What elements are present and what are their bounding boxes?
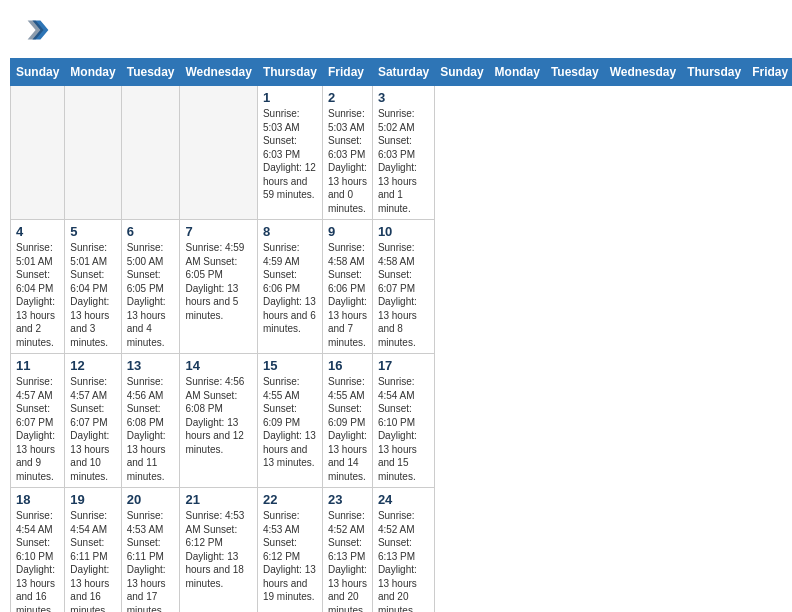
day-cell: 9Sunrise: 4:58 AM Sunset: 6:06 PM Daylig…: [322, 220, 372, 354]
col-header-saturday: Saturday: [372, 59, 434, 86]
day-info: Sunrise: 4:58 AM Sunset: 6:07 PM Dayligh…: [378, 241, 429, 349]
day-info: Sunrise: 4:57 AM Sunset: 6:07 PM Dayligh…: [70, 375, 115, 483]
day-cell: 13Sunrise: 4:56 AM Sunset: 6:08 PM Dayli…: [121, 354, 180, 488]
day-cell: 15Sunrise: 4:55 AM Sunset: 6:09 PM Dayli…: [257, 354, 322, 488]
day-cell: 21Sunrise: 4:53 AM Sunset: 6:12 PM Dayli…: [180, 488, 257, 613]
day-number: 13: [127, 358, 175, 373]
col-header-sunday: Sunday: [435, 59, 489, 86]
day-info: Sunrise: 4:58 AM Sunset: 6:06 PM Dayligh…: [328, 241, 367, 349]
day-number: 23: [328, 492, 367, 507]
day-number: 7: [185, 224, 251, 239]
day-cell: [11, 86, 65, 220]
day-number: 11: [16, 358, 59, 373]
day-number: 20: [127, 492, 175, 507]
header-row: SundayMondayTuesdayWednesdayThursdayFrid…: [11, 59, 793, 86]
day-number: 21: [185, 492, 251, 507]
day-number: 9: [328, 224, 367, 239]
day-info: Sunrise: 5:03 AM Sunset: 6:03 PM Dayligh…: [263, 107, 317, 202]
day-info: Sunrise: 4:54 AM Sunset: 6:10 PM Dayligh…: [16, 509, 59, 612]
day-cell: 14Sunrise: 4:56 AM Sunset: 6:08 PM Dayli…: [180, 354, 257, 488]
day-cell: 8Sunrise: 4:59 AM Sunset: 6:06 PM Daylig…: [257, 220, 322, 354]
day-info: Sunrise: 4:55 AM Sunset: 6:09 PM Dayligh…: [328, 375, 367, 483]
col-header-wednesday: Wednesday: [604, 59, 681, 86]
day-cell: 16Sunrise: 4:55 AM Sunset: 6:09 PM Dayli…: [322, 354, 372, 488]
day-number: 15: [263, 358, 317, 373]
col-header-thursday: Thursday: [257, 59, 322, 86]
day-cell: 20Sunrise: 4:53 AM Sunset: 6:11 PM Dayli…: [121, 488, 180, 613]
day-cell: 4Sunrise: 5:01 AM Sunset: 6:04 PM Daylig…: [11, 220, 65, 354]
page-header: [10, 10, 782, 50]
day-number: 22: [263, 492, 317, 507]
day-info: Sunrise: 4:54 AM Sunset: 6:11 PM Dayligh…: [70, 509, 115, 612]
day-number: 10: [378, 224, 429, 239]
logo-icon: [18, 14, 50, 46]
day-info: Sunrise: 5:03 AM Sunset: 6:03 PM Dayligh…: [328, 107, 367, 215]
day-cell: 10Sunrise: 4:58 AM Sunset: 6:07 PM Dayli…: [372, 220, 434, 354]
day-info: Sunrise: 4:54 AM Sunset: 6:10 PM Dayligh…: [378, 375, 429, 483]
day-cell: 1Sunrise: 5:03 AM Sunset: 6:03 PM Daylig…: [257, 86, 322, 220]
day-number: 2: [328, 90, 367, 105]
day-number: 16: [328, 358, 367, 373]
day-info: Sunrise: 4:55 AM Sunset: 6:09 PM Dayligh…: [263, 375, 317, 470]
day-info: Sunrise: 4:53 AM Sunset: 6:12 PM Dayligh…: [185, 509, 251, 590]
day-number: 18: [16, 492, 59, 507]
day-number: 4: [16, 224, 59, 239]
day-info: Sunrise: 5:00 AM Sunset: 6:05 PM Dayligh…: [127, 241, 175, 349]
day-info: Sunrise: 4:56 AM Sunset: 6:08 PM Dayligh…: [185, 375, 251, 456]
day-info: Sunrise: 5:01 AM Sunset: 6:04 PM Dayligh…: [16, 241, 59, 349]
day-info: Sunrise: 5:02 AM Sunset: 6:03 PM Dayligh…: [378, 107, 429, 215]
day-cell: 12Sunrise: 4:57 AM Sunset: 6:07 PM Dayli…: [65, 354, 121, 488]
day-info: Sunrise: 4:52 AM Sunset: 6:13 PM Dayligh…: [328, 509, 367, 612]
day-cell: [65, 86, 121, 220]
calendar-table: SundayMondayTuesdayWednesdayThursdayFrid…: [10, 58, 792, 612]
week-row-1: 1Sunrise: 5:03 AM Sunset: 6:03 PM Daylig…: [11, 86, 793, 220]
day-number: 8: [263, 224, 317, 239]
col-header-tuesday: Tuesday: [545, 59, 604, 86]
day-number: 1: [263, 90, 317, 105]
day-cell: 6Sunrise: 5:00 AM Sunset: 6:05 PM Daylig…: [121, 220, 180, 354]
day-cell: 3Sunrise: 5:02 AM Sunset: 6:03 PM Daylig…: [372, 86, 434, 220]
day-number: 5: [70, 224, 115, 239]
col-header-friday: Friday: [747, 59, 792, 86]
col-header-tuesday: Tuesday: [121, 59, 180, 86]
col-header-monday: Monday: [65, 59, 121, 86]
logo: [18, 14, 54, 46]
day-info: Sunrise: 5:01 AM Sunset: 6:04 PM Dayligh…: [70, 241, 115, 349]
day-cell: [180, 86, 257, 220]
day-cell: 17Sunrise: 4:54 AM Sunset: 6:10 PM Dayli…: [372, 354, 434, 488]
day-cell: 22Sunrise: 4:53 AM Sunset: 6:12 PM Dayli…: [257, 488, 322, 613]
day-number: 3: [378, 90, 429, 105]
day-info: Sunrise: 4:52 AM Sunset: 6:13 PM Dayligh…: [378, 509, 429, 612]
col-header-thursday: Thursday: [682, 59, 747, 86]
day-cell: [121, 86, 180, 220]
day-info: Sunrise: 4:53 AM Sunset: 6:11 PM Dayligh…: [127, 509, 175, 612]
day-info: Sunrise: 4:57 AM Sunset: 6:07 PM Dayligh…: [16, 375, 59, 483]
day-number: 12: [70, 358, 115, 373]
day-info: Sunrise: 4:59 AM Sunset: 6:06 PM Dayligh…: [263, 241, 317, 336]
day-info: Sunrise: 4:53 AM Sunset: 6:12 PM Dayligh…: [263, 509, 317, 604]
week-row-3: 11Sunrise: 4:57 AM Sunset: 6:07 PM Dayli…: [11, 354, 793, 488]
day-cell: 2Sunrise: 5:03 AM Sunset: 6:03 PM Daylig…: [322, 86, 372, 220]
day-cell: 7Sunrise: 4:59 AM Sunset: 6:05 PM Daylig…: [180, 220, 257, 354]
day-cell: 24Sunrise: 4:52 AM Sunset: 6:13 PM Dayli…: [372, 488, 434, 613]
day-cell: 5Sunrise: 5:01 AM Sunset: 6:04 PM Daylig…: [65, 220, 121, 354]
col-header-sunday: Sunday: [11, 59, 65, 86]
week-row-2: 4Sunrise: 5:01 AM Sunset: 6:04 PM Daylig…: [11, 220, 793, 354]
week-row-4: 18Sunrise: 4:54 AM Sunset: 6:10 PM Dayli…: [11, 488, 793, 613]
day-cell: 23Sunrise: 4:52 AM Sunset: 6:13 PM Dayli…: [322, 488, 372, 613]
day-cell: 18Sunrise: 4:54 AM Sunset: 6:10 PM Dayli…: [11, 488, 65, 613]
day-number: 17: [378, 358, 429, 373]
day-number: 24: [378, 492, 429, 507]
col-header-wednesday: Wednesday: [180, 59, 257, 86]
day-cell: 19Sunrise: 4:54 AM Sunset: 6:11 PM Dayli…: [65, 488, 121, 613]
day-info: Sunrise: 4:56 AM Sunset: 6:08 PM Dayligh…: [127, 375, 175, 483]
day-number: 19: [70, 492, 115, 507]
day-info: Sunrise: 4:59 AM Sunset: 6:05 PM Dayligh…: [185, 241, 251, 322]
day-number: 6: [127, 224, 175, 239]
col-header-friday: Friday: [322, 59, 372, 86]
col-header-monday: Monday: [489, 59, 545, 86]
day-cell: 11Sunrise: 4:57 AM Sunset: 6:07 PM Dayli…: [11, 354, 65, 488]
day-number: 14: [185, 358, 251, 373]
